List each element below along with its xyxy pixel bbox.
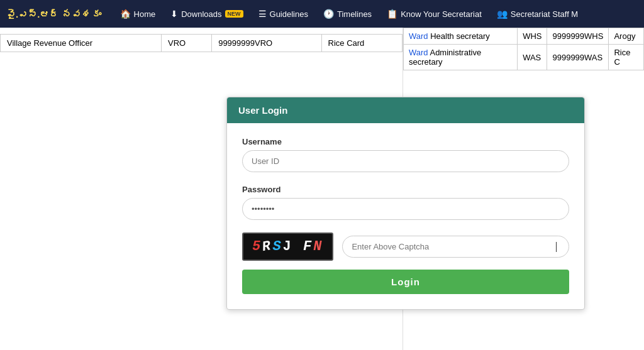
password-label: Password: [242, 185, 569, 194]
captcha-char-3: S: [272, 239, 282, 254]
login-header: User Login: [227, 97, 584, 123]
staff-icon: 👥: [497, 9, 508, 19]
role-cell: Village Revenue Officer: [1, 35, 162, 52]
guidelines-icon: ☰: [258, 9, 267, 19]
text-cursor: [556, 242, 557, 252]
login-title: User Login: [238, 105, 287, 116]
content-area: Village Revenue Officer VRO 99999999VRO …: [0, 28, 644, 350]
nav-guidelines[interactable]: ☰ Guidelines: [251, 0, 316, 28]
downloads-badge: NEW: [225, 10, 243, 18]
whs-phone: 9999999WHS: [547, 28, 609, 45]
username-label: Username: [242, 137, 569, 146]
was-code: WAS: [518, 45, 547, 70]
username-group: Username: [242, 137, 569, 182]
nav-staff-label: Secretariat Staff M: [511, 9, 578, 19]
home-icon: 🏠: [120, 9, 131, 19]
download-icon: ⬇: [170, 9, 178, 19]
phone-cell: 99999999VRO: [212, 35, 321, 52]
login-button[interactable]: Login: [242, 270, 569, 294]
nav-secretariat-staff[interactable]: 👥 Secretariat Staff M: [489, 0, 586, 28]
was-phone: 9999999WAS: [547, 45, 609, 70]
nav-guidelines-label: Guidelines: [270, 9, 308, 19]
captcha-image: 5RSJ FN: [242, 232, 333, 261]
captcha-input-wrap: [342, 236, 569, 258]
right-staff-table: Ward Health secretary WHS 9999999WHS Aro…: [403, 28, 644, 70]
login-form: User Login Username Password 5RSJ FN: [226, 97, 585, 310]
username-input[interactable]: [242, 150, 569, 172]
nav-timelines-label: Timelines: [337, 9, 372, 19]
whs-code: WHS: [518, 28, 547, 45]
captcha-area: 5RSJ FN: [242, 232, 569, 261]
captcha-input[interactable]: [342, 236, 569, 258]
whs-service: Arogy: [609, 28, 644, 45]
nav-home-label: Home: [134, 9, 156, 19]
ward-admin-role: Ward Administrative secretary: [404, 45, 518, 70]
timelines-icon: 🕐: [323, 9, 334, 19]
nav-know-your-secretariat[interactable]: 📋 Know Your Secretariat: [379, 0, 489, 28]
table-row: Ward Health secretary WHS 9999999WHS Aro…: [404, 28, 644, 45]
captcha-char-5: F: [303, 239, 313, 254]
nav-kys-label: Know Your Secretariat: [401, 9, 482, 19]
nav-downloads[interactable]: ⬇ Downloads NEW: [163, 0, 250, 28]
captcha-char-6: N: [313, 239, 323, 254]
ward-health-role: Ward Health secretary: [404, 28, 518, 45]
table-row: Ward Administrative secretary WAS 999999…: [404, 45, 644, 70]
navbar: వై.ఎస్.ఆర్ నవశకం 🏠 Home ⬇ Downloads NEW …: [0, 0, 644, 28]
nav-home[interactable]: 🏠 Home: [113, 0, 164, 28]
password-input[interactable]: [242, 198, 569, 220]
table-row: Village Revenue Officer VRO 99999999VRO …: [1, 35, 402, 52]
service-cell: Rice Card: [321, 35, 402, 52]
login-body: Username Password 5RSJ FN Login: [227, 123, 584, 309]
captcha-char-4: J: [283, 239, 293, 254]
was-service: Rice C: [609, 45, 644, 70]
brand-logo: వై.ఎస్.ఆర్ నవశకం: [6, 9, 101, 19]
secretariat-icon: 📋: [387, 9, 397, 19]
nav-downloads-label: Downloads: [181, 9, 221, 19]
nav-timelines[interactable]: 🕐 Timelines: [316, 0, 379, 28]
staff-table: Village Revenue Officer VRO 99999999VRO …: [0, 34, 402, 52]
password-group: Password: [242, 185, 569, 230]
code-cell: VRO: [162, 35, 212, 52]
